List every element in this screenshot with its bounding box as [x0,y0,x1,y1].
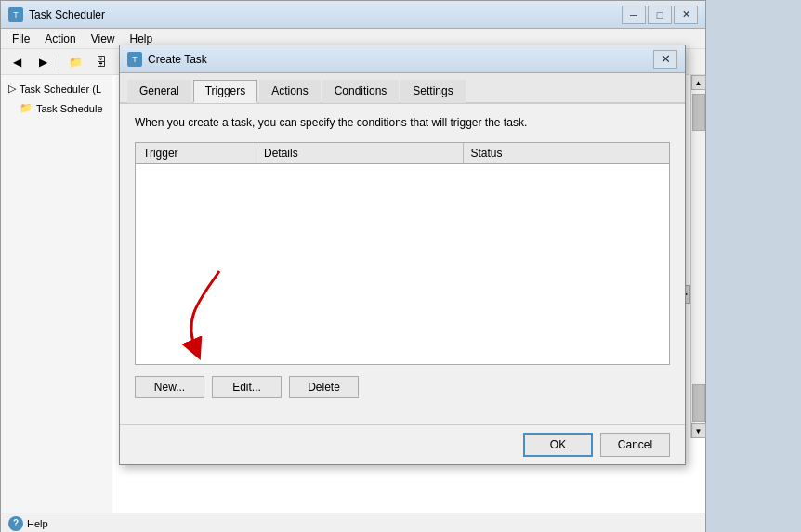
db-btn[interactable]: 🗄 [89,52,113,72]
statusbar-help: ? Help [8,516,48,531]
folder-btn[interactable]: 📁 [63,52,87,72]
col-trigger: Trigger [136,143,256,163]
toolbar-separator-1 [59,54,59,71]
table-empty-body [136,164,669,361]
menu-file[interactable]: File [5,31,37,47]
statusbar: ? Help [1,513,705,532]
tab-conditions[interactable]: Conditions [322,80,400,103]
tab-triggers[interactable]: Triggers [193,80,258,103]
dialog-body: When you create a task, you can specify … [120,104,685,424]
sidebar-child-label: Task Schedule [36,103,103,114]
main-titlebar: T Task Scheduler ─ □ ✕ [1,1,705,29]
col-status: Status [464,143,670,163]
app-icon: T [8,7,23,22]
new-btn[interactable]: New... [135,376,204,398]
maximize-btn[interactable]: □ [648,6,672,24]
minimize-btn[interactable]: ─ [622,6,646,24]
delete-btn[interactable]: Delete [289,376,359,398]
cancel-btn[interactable]: Cancel [600,433,670,457]
sidebar-folder-icon: 📁 [20,102,33,114]
table-header: Trigger Details Status [136,143,669,164]
dialog-title: Create Task [148,53,653,66]
sidebar-expand-icon: ▷ [8,83,16,95]
app-title: Task Scheduler [29,8,622,21]
scroll-thumb-top[interactable] [692,94,705,131]
scroll-thumb-bottom[interactable] [692,384,705,422]
menu-view[interactable]: View [84,31,123,47]
sidebar: ▷ Task Scheduler (L 📁 Task Schedule [1,75,112,513]
dialog-icon: T [127,52,142,67]
create-task-dialog: T Create Task ✕ General Triggers Actions… [119,45,686,465]
tab-actions[interactable]: Actions [259,80,320,103]
scroll-down-arrow[interactable]: ▼ [691,423,706,438]
trigger-table-area: Trigger Details Status [135,142,670,365]
dialog-footer: OK Cancel [120,424,685,464]
sidebar-root-label: Task Scheduler (L [20,84,101,95]
forward-btn[interactable]: ▶ [31,52,55,72]
back-btn[interactable]: ◀ [5,52,29,72]
dialog-close-btn[interactable]: ✕ [653,50,677,69]
dialog-titlebar: T Create Task ✕ [120,45,685,73]
scrollbar-right[interactable]: ▲ ▼ [690,75,705,438]
sidebar-item-child[interactable]: 📁 Task Schedule [1,98,112,118]
ok-btn[interactable]: OK [523,433,593,457]
tab-general[interactable]: General [127,80,191,103]
edit-btn[interactable]: Edit... [212,376,282,398]
help-icon: ? [8,516,23,531]
dialog-tabs: General Triggers Actions Conditions Sett… [120,73,685,104]
title-buttons: ─ □ ✕ [622,6,698,24]
scroll-up-arrow[interactable]: ▲ [691,75,706,90]
dialog-description: When you create a task, you can specify … [135,115,670,131]
sidebar-item-root[interactable]: ▷ Task Scheduler (L [1,79,112,98]
help-label: Help [27,518,48,529]
action-buttons: New... Edit... Delete [135,376,670,398]
tab-settings[interactable]: Settings [400,80,465,103]
menu-action[interactable]: Action [37,31,83,47]
col-details: Details [256,143,464,163]
main-close-btn[interactable]: ✕ [674,6,698,24]
